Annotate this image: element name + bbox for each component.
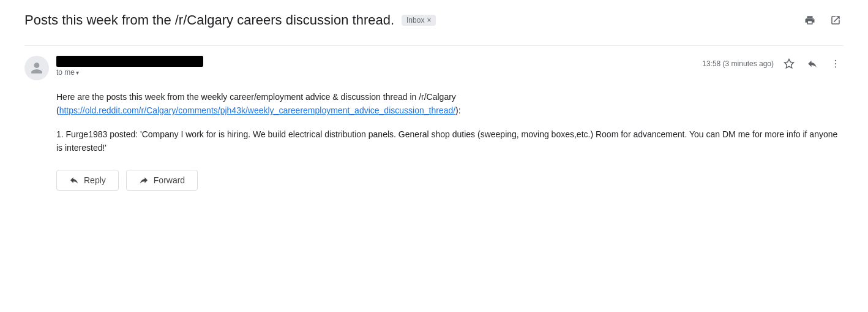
action-buttons: Reply Forward [56, 170, 844, 191]
toolbar-icons [802, 12, 844, 28]
sender-info: to me ▾ [56, 56, 702, 77]
to-me-label: to me [56, 68, 75, 77]
subject-row: Posts this week from the /r/Calgary care… [24, 12, 844, 33]
person-icon [30, 61, 43, 75]
forward-button-icon [139, 175, 149, 185]
more-options-button[interactable] [828, 56, 844, 72]
body-link[interactable]: https://old.reddit.com/r/Calgary/comment… [59, 105, 455, 115]
inbox-close-icon[interactable]: × [427, 16, 431, 25]
email-body: Here are the posts this week from the we… [56, 90, 844, 155]
sender-name-row [56, 56, 702, 67]
svg-point-1 [835, 60, 836, 61]
svg-point-2 [835, 63, 836, 64]
inbox-label: Inbox [406, 16, 424, 25]
reply-icon-button[interactable] [804, 56, 820, 72]
body-paragraph-2: 1. Furge1983 posted: 'Company I work for… [56, 127, 844, 155]
sender-avatar [24, 56, 49, 80]
email-meta-row: to me ▾ 13:58 (3 minutes ago) [24, 56, 844, 80]
open-in-new-button[interactable] [828, 12, 844, 28]
subject-divider [24, 45, 844, 46]
forward-button-label: Forward [154, 175, 185, 185]
email-meta-right: 13:58 (3 minutes ago) [702, 56, 844, 72]
body-paragraph-1: Here are the posts this week from the we… [56, 90, 844, 118]
sender-name-redacted [56, 56, 203, 67]
body-text-suffix: ): [455, 105, 461, 115]
reply-button[interactable]: Reply [56, 170, 119, 191]
svg-point-3 [835, 66, 836, 67]
reply-button-label: Reply [84, 175, 106, 185]
svg-marker-0 [785, 59, 794, 68]
email-timestamp: 13:58 (3 minutes ago) [702, 59, 774, 68]
print-button[interactable] [802, 12, 818, 28]
reply-button-icon [69, 175, 79, 185]
email-container: Posts this week from the /r/Calgary care… [0, 0, 868, 203]
inbox-badge: Inbox × [402, 15, 436, 26]
forward-button[interactable]: Forward [126, 170, 198, 191]
to-me-toggle[interactable]: to me ▾ [56, 68, 702, 77]
chevron-down-icon: ▾ [76, 69, 79, 76]
star-button[interactable] [781, 56, 797, 72]
email-subject: Posts this week from the /r/Calgary care… [24, 12, 394, 28]
